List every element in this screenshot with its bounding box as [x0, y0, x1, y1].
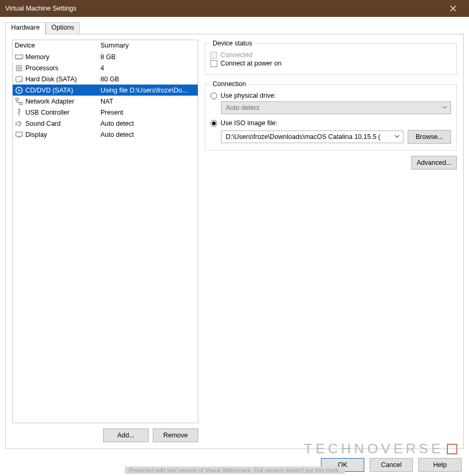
device-summary: 8 GB	[100, 53, 196, 61]
connection-group: Connection Use physical drive: Auto dete…	[205, 80, 457, 151]
connect-at-poweron-checkbox[interactable]	[210, 60, 217, 67]
chevron-down-icon[interactable]	[394, 133, 400, 141]
physical-drive-dropdown: Auto detect	[221, 101, 451, 114]
device-name: Memory	[25, 53, 49, 61]
connected-row: Connected	[210, 51, 451, 59]
use-physical-drive-row[interactable]: Use physical drive:	[210, 92, 451, 99]
device-name: Hard Disk (SATA)	[25, 76, 77, 83]
iso-path-dropdown[interactable]: D:\Users\froze\Downloads\macOS Catalina …	[221, 130, 403, 143]
watermark-bar: Protected with trial version of Visual W…	[124, 466, 344, 474]
use-physical-drive-label: Use physical drive:	[220, 92, 276, 99]
svg-rect-1	[16, 66, 22, 71]
use-iso-label: Use ISO image file:	[220, 119, 278, 127]
window-title: Virtual Machine Settings	[5, 5, 77, 12]
use-iso-row[interactable]: Use ISO image file:	[210, 119, 451, 127]
cpu-icon	[15, 64, 23, 72]
device-summary: 4	[100, 64, 196, 72]
device-row[interactable]: USB ControllerPresent	[13, 107, 198, 118]
window-close-button[interactable]	[443, 0, 464, 17]
help-button[interactable]: Help	[418, 458, 462, 472]
cancel-button[interactable]: Cancel	[370, 458, 413, 472]
device-summary: Auto detect	[100, 120, 196, 127]
device-name: Display	[25, 131, 47, 138]
device-summary: 80 GB	[100, 76, 196, 83]
device-name: Sound Card	[25, 120, 61, 127]
svg-rect-2	[18, 67, 20, 69]
column-device[interactable]: Device	[15, 42, 100, 49]
svg-rect-7	[16, 98, 19, 100]
display-icon	[15, 130, 23, 139]
device-status-group: Device status Connected Connect at power…	[205, 40, 457, 75]
device-row[interactable]: Network AdapterNAT	[13, 96, 198, 107]
cd-icon	[15, 86, 23, 95]
add-device-button[interactable]: Add...	[103, 428, 149, 442]
device-list-header: Device Summary	[13, 40, 198, 51]
device-name: USB Controller	[25, 109, 69, 116]
use-physical-drive-radio[interactable]	[210, 92, 217, 99]
advanced-button[interactable]: Advanced...	[411, 156, 457, 170]
sound-icon	[15, 119, 23, 128]
device-status-legend: Device status	[210, 40, 254, 47]
device-list[interactable]: Device Summary Memory8 GBProcessors4Hard…	[12, 40, 198, 423]
device-row[interactable]: Sound CardAuto detect	[13, 118, 198, 129]
svg-rect-0	[15, 55, 23, 59]
device-summary: Auto detect	[100, 131, 196, 138]
svg-point-4	[20, 80, 21, 81]
physical-drive-value: Auto detect	[226, 104, 259, 111]
device-row[interactable]: DisplayAuto detect	[13, 129, 198, 140]
device-name: Network Adapter	[25, 98, 74, 105]
device-row[interactable]: Processors4	[13, 62, 198, 73]
connect-at-poweron-row[interactable]: Connect at power on	[210, 60, 451, 67]
column-summary[interactable]: Summary	[100, 42, 196, 49]
iso-path-value: D:\Users\froze\Downloads\macOS Catalina …	[226, 133, 381, 141]
svg-rect-3	[16, 77, 22, 82]
device-row[interactable]: Hard Disk (SATA)80 GB	[13, 73, 198, 85]
close-icon	[450, 5, 456, 12]
tabstrip: Hardware Options	[5, 22, 464, 34]
svg-rect-10	[16, 132, 22, 136]
device-summary: NAT	[100, 98, 196, 105]
connect-at-poweron-label: Connect at power on	[220, 60, 281, 67]
network-icon	[15, 97, 23, 106]
browse-button[interactable]: Browse...	[408, 130, 451, 144]
device-name: CD/DVD (SATA)	[25, 87, 73, 94]
chevron-down-icon	[442, 104, 447, 111]
connected-checkbox	[210, 52, 217, 59]
tab-options[interactable]: Options	[45, 22, 80, 34]
device-summary: Present	[100, 109, 196, 116]
svg-rect-8	[20, 102, 22, 105]
memory-icon	[15, 53, 23, 61]
device-row[interactable]: CD/DVD (SATA)Using file D:\Users\froze\D…	[13, 85, 198, 96]
svg-point-6	[19, 89, 20, 91]
usb-icon	[15, 108, 23, 117]
device-row[interactable]: Memory8 GB	[13, 51, 198, 62]
titlebar: Virtual Machine Settings	[0, 0, 469, 17]
tab-hardware[interactable]: Hardware	[5, 22, 45, 34]
disk-icon	[15, 75, 23, 83]
connected-label: Connected	[220, 51, 252, 59]
use-iso-radio[interactable]	[210, 120, 217, 127]
device-name: Processors	[25, 64, 59, 72]
connection-legend: Connection	[210, 80, 248, 88]
svg-point-9	[19, 108, 20, 110]
svg-point-5	[16, 87, 22, 94]
device-summary: Using file D:\Users\froze\Do...	[100, 87, 196, 94]
remove-device-button[interactable]: Remove	[153, 428, 198, 442]
